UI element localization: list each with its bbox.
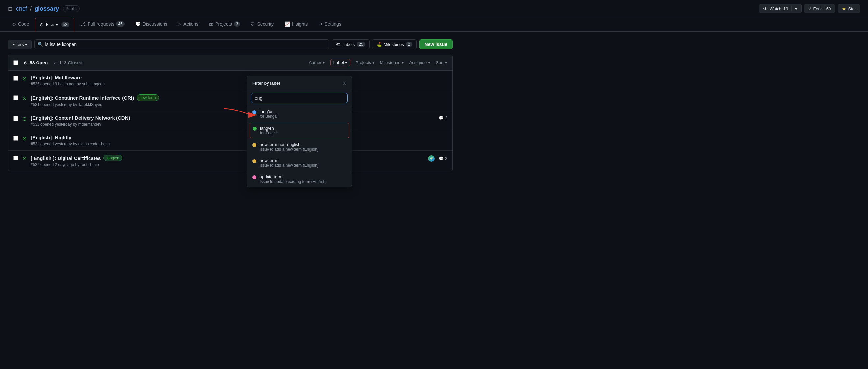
dropdown-item-new-term[interactable]: new term Issue to add a new term (Englis… xyxy=(247,155,352,171)
assignee-filter-button[interactable]: Assignee ▾ xyxy=(409,60,430,65)
fork-button[interactable]: ⑂ Fork 160 xyxy=(804,4,835,13)
tab-actions[interactable]: ▷ Actions xyxy=(173,18,203,31)
dropdown-item-lang-en[interactable]: lang/en for English xyxy=(250,123,349,138)
projects-chevron-icon: ▾ xyxy=(372,60,375,65)
dropdown-item-desc-new-term-non-english: Issue to add a new term (English) xyxy=(259,147,318,152)
dropdown-close-button[interactable]: ✕ xyxy=(342,80,346,86)
issue-title-527: [ English ]: Digital Certificates lang/e… xyxy=(31,155,424,161)
tab-code[interactable]: ◇ Code xyxy=(8,18,34,31)
label-icon: 🏷 xyxy=(336,42,340,47)
nav-tabs: ◇ Code ⊙ Issues 53 ⎇ Pull requests 45 💬 … xyxy=(0,18,868,32)
sort-filter-button[interactable]: Sort ▾ xyxy=(436,60,447,65)
issue-open-icon: ⊙ xyxy=(22,75,27,81)
issue-checkbox-534[interactable] xyxy=(13,95,19,100)
tab-discussions[interactable]: 💬 Discussions xyxy=(131,18,172,31)
issue-checkbox-532[interactable] xyxy=(13,116,19,121)
tab-issues[interactable]: ⊙ Issues 53 xyxy=(35,18,74,32)
divider xyxy=(791,6,792,11)
issue-title-link-534[interactable]: [English]: Container Runtime Interface (… xyxy=(31,95,134,101)
dropdown-title: Filter by label xyxy=(252,80,280,86)
milestones-filter-label: Milestones xyxy=(380,60,400,65)
milestones-filter-button[interactable]: Milestones ▾ xyxy=(380,60,404,65)
pr-badge: 45 xyxy=(116,21,124,27)
dropdown-item-info-update-term: update term Issue to update existing ter… xyxy=(259,174,327,179)
issues-header: ⊙ 53 Open ✓ 113 Closed Author ▾ Label ▾ xyxy=(8,55,453,71)
fork-icon: ⑂ xyxy=(808,6,811,11)
author-filter-button[interactable]: Author ▾ xyxy=(309,60,325,65)
dropdown-items: lang/bn for Bengali lang/en for English … xyxy=(247,106,352,179)
org-link[interactable]: cncf xyxy=(16,5,27,12)
tab-insights[interactable]: 📈 Insights xyxy=(280,18,312,31)
issue-title-link-535[interactable]: [English]: Middleware xyxy=(31,75,82,80)
issues-header-left: ⊙ 53 Open ✓ 113 Closed xyxy=(13,60,303,65)
issue-open-icon: ⊙ xyxy=(22,116,27,122)
issue-title-535: [English]: Middleware xyxy=(31,75,447,80)
issue-title-link-531[interactable]: [English]: Nightly xyxy=(31,135,71,140)
labels-button[interactable]: 🏷 Labels 25 xyxy=(332,39,370,49)
open-icon: ⊙ xyxy=(24,60,28,65)
tab-pull-requests[interactable]: ⎇ Pull requests 45 xyxy=(76,18,129,31)
search-input[interactable] xyxy=(34,39,329,49)
repo-name: cncf / glossary xyxy=(16,5,59,12)
issue-checkbox-527[interactable] xyxy=(13,156,19,161)
watch-button[interactable]: 👁 Watch 19 ▾ xyxy=(759,4,802,13)
dropdown-item-info-lang-bn: lang/bn for Bengali xyxy=(259,109,278,119)
filters-button[interactable]: Filters ▾ xyxy=(8,40,32,49)
issue-open-icon: ⊙ xyxy=(22,135,27,142)
star-icon: ★ xyxy=(842,6,846,11)
label-filter-button[interactable]: Label ▾ xyxy=(330,59,350,66)
milestones-label: Milestones xyxy=(384,42,404,47)
repo-link[interactable]: glossary xyxy=(35,5,59,12)
label-lang-en-527[interactable]: lang/en xyxy=(103,155,122,161)
issue-row: ⊙ [English]: Middleware #535 opened 9 ho… xyxy=(8,71,453,91)
label-new-term-534[interactable]: new term xyxy=(136,94,159,101)
watch-count: 19 xyxy=(783,6,788,11)
closed-count[interactable]: ✓ 113 Closed xyxy=(53,60,82,65)
issue-checkbox-531[interactable] xyxy=(13,136,19,141)
comment-count-532: 💬 2 xyxy=(439,116,447,121)
eye-icon: 👁 xyxy=(763,6,768,11)
labels-count: 25 xyxy=(357,42,365,47)
tab-insights-label: Insights xyxy=(292,21,308,27)
tab-discussions-label: Discussions xyxy=(143,21,167,27)
select-all-checkbox[interactable] xyxy=(13,60,19,65)
comment-icon: 💬 xyxy=(439,116,443,121)
filters-label: Filters xyxy=(12,42,24,47)
actions-icon: ▷ xyxy=(178,21,181,27)
new-issue-button[interactable]: New issue xyxy=(419,39,453,49)
issues-container: ⊙ 53 Open ✓ 113 Closed Author ▾ Label ▾ xyxy=(8,55,453,171)
issue-meta-534: #534 opened yesterday by TarekMSayed xyxy=(31,102,447,107)
fork-count: 160 xyxy=(824,6,831,11)
assignee-chevron-icon: ▾ xyxy=(428,60,430,65)
issue-title-link-527[interactable]: [ English ]: Digital Certificates xyxy=(31,155,101,161)
dropdown-item-update-term[interactable]: update term Issue to update existing ter… xyxy=(247,171,352,179)
issue-right-527: 🌍 💬 3 xyxy=(428,155,447,162)
security-icon: 🛡 xyxy=(250,21,255,27)
insights-icon: 📈 xyxy=(284,21,290,27)
issue-title-link-532[interactable]: [English]: Content Delivery Network (CDN… xyxy=(31,115,130,121)
new-issue-label: New issue xyxy=(425,42,447,47)
tab-projects[interactable]: ▦ Projects 3 xyxy=(204,18,245,31)
dropdown-item-lang-bn[interactable]: lang/bn for Bengali xyxy=(247,106,352,122)
avatar-527: 🌍 xyxy=(428,155,435,162)
label-filter-dropdown: Filter by label ✕ lang/bn for Bengali la… xyxy=(247,76,352,179)
issue-info-534: [English]: Container Runtime Interface (… xyxy=(31,94,447,107)
milestones-button[interactable]: ⛳ Milestones 2 xyxy=(372,39,416,49)
projects-filter-button[interactable]: Projects ▾ xyxy=(356,60,375,65)
issue-checkbox-535[interactable] xyxy=(13,76,19,80)
dropdown-item-info-new-term-non-english: new term non-english Issue to add a new … xyxy=(259,142,318,152)
dropdown-item-name-new-term-non-english: new term non-english xyxy=(259,142,318,147)
sort-chevron-icon: ▾ xyxy=(445,60,447,65)
closed-count-label: 113 Closed xyxy=(59,60,82,65)
star-button[interactable]: ★ Star xyxy=(838,4,860,13)
label-search-input[interactable] xyxy=(251,93,348,103)
issues-header-right: Author ▾ Label ▾ Projects ▾ Milestones ▾… xyxy=(309,59,447,66)
dropdown-item-name-update-term: update term xyxy=(259,174,327,179)
author-label: Author xyxy=(309,60,321,65)
dropdown-item-info-new-term: new term Issue to add a new term (Englis… xyxy=(259,158,318,168)
milestone-icon: ⛳ xyxy=(376,42,382,47)
tab-settings[interactable]: ⚙ Settings xyxy=(314,18,346,31)
tab-security[interactable]: 🛡 Security xyxy=(246,18,278,31)
open-count[interactable]: ⊙ 53 Open xyxy=(24,60,48,65)
dropdown-item-new-term-non-english[interactable]: new term non-english Issue to add a new … xyxy=(247,139,352,155)
